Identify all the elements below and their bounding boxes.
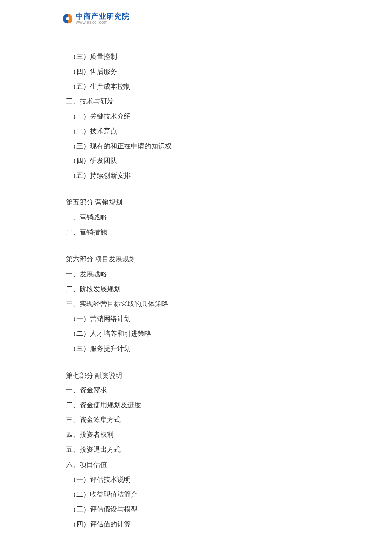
outline-line: （一）关键技术介绍 bbox=[66, 112, 326, 121]
outline-line: 第七部分 融资说明 bbox=[66, 371, 326, 380]
outline-line: 三、实现经营目标采取的具体策略 bbox=[66, 300, 326, 309]
outline-line: （五）生产成本控制 bbox=[66, 82, 326, 91]
document-page: 中商产业研究院 www.askci.com （三）质量控制（四）售后服务（五）生… bbox=[0, 0, 392, 555]
outline-line: （二）人才培养和引进策略 bbox=[66, 330, 326, 338]
outline-line: （一）评估技术说明 bbox=[66, 475, 326, 484]
outline-line: 二、阶段发展规划 bbox=[66, 285, 326, 294]
outline-line: （二）收益现值法简介 bbox=[66, 490, 326, 499]
outline-line: （三）现有的和正在申请的知识权 bbox=[66, 142, 326, 151]
outline-line: 四、投资者权利 bbox=[66, 431, 326, 439]
logo-title: 中商产业研究院 bbox=[76, 13, 130, 20]
outline-line: 五、投资退出方式 bbox=[66, 445, 326, 454]
outline-line: （三）评估假设与模型 bbox=[66, 505, 326, 514]
outline-line: 三、资金筹集方式 bbox=[66, 416, 326, 425]
outline-line: （五）持续创新安排 bbox=[66, 171, 326, 180]
outline-line: （四）研发团队 bbox=[66, 156, 326, 165]
outline-line: 一、发展战略 bbox=[66, 270, 326, 279]
outline-line: （三）服务提升计划 bbox=[66, 344, 326, 353]
outline-line: （二）技术亮点 bbox=[66, 127, 326, 136]
outline-line: 六、项目估值 bbox=[66, 460, 326, 469]
outline-line: 三、技术与研发 bbox=[66, 97, 326, 106]
outline-line: 二、营销措施 bbox=[66, 228, 326, 237]
logo-text-block: 中商产业研究院 www.askci.com bbox=[76, 13, 130, 25]
outline-content: （三）质量控制（四）售后服务（五）生产成本控制三、技术与研发（一）关键技术介绍（… bbox=[66, 52, 326, 529]
outline-line: 第五部分 营销规划 bbox=[66, 198, 326, 207]
outline-line: 第六部分 项目发展规划 bbox=[66, 255, 326, 264]
logo-icon bbox=[62, 13, 74, 25]
outline-line: 二、资金使用规划及进度 bbox=[66, 401, 326, 410]
outline-line: （四）评估值的计算 bbox=[66, 520, 326, 529]
outline-line: 一、资金需求 bbox=[66, 386, 326, 395]
outline-line: （三）质量控制 bbox=[66, 52, 326, 61]
logo-subtitle: www.askci.com bbox=[76, 20, 130, 25]
outline-line: （四）售后服务 bbox=[66, 67, 326, 76]
outline-line: （一）营销网络计划 bbox=[66, 315, 326, 324]
logo: 中商产业研究院 www.askci.com bbox=[62, 13, 326, 25]
outline-line: 一、营销战略 bbox=[66, 213, 326, 222]
svg-point-0 bbox=[66, 17, 69, 20]
